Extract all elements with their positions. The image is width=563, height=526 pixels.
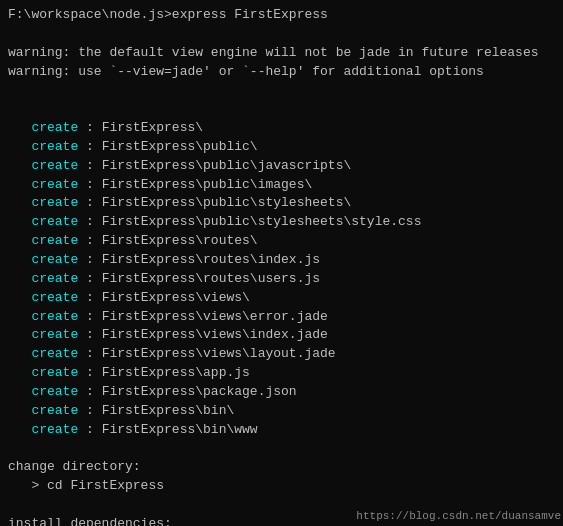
create-keyword: create <box>8 403 78 418</box>
create-keyword: create <box>8 309 78 324</box>
create-keyword: create <box>8 214 78 229</box>
create-path: FirstExpress\routes\users.js <box>102 271 320 286</box>
create-keyword: create <box>8 365 78 380</box>
create-sep: : <box>78 327 101 342</box>
create-path: FirstExpress\routes\index.js <box>102 252 320 267</box>
create-line-7: create : FirstExpress\routes\ <box>8 232 555 251</box>
create-keyword: create <box>8 290 78 305</box>
create-sep: : <box>78 384 101 399</box>
create-keyword: create <box>8 384 78 399</box>
create-line-6: create : FirstExpress\public\stylesheets… <box>8 213 555 232</box>
create-keyword: create <box>8 120 78 135</box>
blank-4 <box>8 439 555 458</box>
create-line-9: create : FirstExpress\routes\users.js <box>8 270 555 289</box>
cmd-line: F:\workspace\node.js>express FirstExpres… <box>8 6 555 25</box>
create-path: FirstExpress\bin\www <box>102 422 258 437</box>
create-sep: : <box>78 422 101 437</box>
create-keyword: create <box>8 327 78 342</box>
create-line-16: create : FirstExpress\bin\ <box>8 402 555 421</box>
create-path: FirstExpress\views\layout.jade <box>102 346 336 361</box>
chdir-label: change directory: <box>8 458 555 477</box>
create-sep: : <box>78 139 101 154</box>
create-keyword: create <box>8 195 78 210</box>
create-path: FirstExpress\ <box>102 120 203 135</box>
create-path: FirstExpress\package.json <box>102 384 297 399</box>
create-path: FirstExpress\public\stylesheets\ <box>102 195 352 210</box>
create-sep: : <box>78 365 101 380</box>
warning-line-1: warning: the default view engine will no… <box>8 44 555 63</box>
blank-3 <box>8 100 555 119</box>
create-sep: : <box>78 403 101 418</box>
create-line-11: create : FirstExpress\views\error.jade <box>8 308 555 327</box>
terminal-window: F:\workspace\node.js>express FirstExpres… <box>0 0 563 526</box>
create-sep: : <box>78 214 101 229</box>
create-sep: : <box>78 309 101 324</box>
create-sep: : <box>78 233 101 248</box>
create-line-1: create : FirstExpress\ <box>8 119 555 138</box>
create-line-3: create : FirstExpress\public\javascripts… <box>8 157 555 176</box>
create-path: FirstExpress\views\ <box>102 290 250 305</box>
create-sep: : <box>78 195 101 210</box>
create-line-5: create : FirstExpress\public\stylesheets… <box>8 194 555 213</box>
create-keyword: create <box>8 422 78 437</box>
create-keyword: create <box>8 346 78 361</box>
create-path: FirstExpress\bin\ <box>102 403 235 418</box>
create-path: FirstExpress\routes\ <box>102 233 258 248</box>
create-keyword: create <box>8 158 78 173</box>
create-line-13: create : FirstExpress\views\layout.jade <box>8 345 555 364</box>
create-line-17: create : FirstExpress\bin\www <box>8 421 555 440</box>
create-path: FirstExpress\public\javascripts\ <box>102 158 352 173</box>
create-keyword: create <box>8 271 78 286</box>
create-path: FirstExpress\public\ <box>102 139 258 154</box>
blank-1 <box>8 25 555 44</box>
create-path: FirstExpress\app.js <box>102 365 250 380</box>
create-keyword: create <box>8 177 78 192</box>
watermark: https://blog.csdn.net/duansamve <box>356 510 561 522</box>
create-path: FirstExpress\public\stylesheets\style.cs… <box>102 214 422 229</box>
create-sep: : <box>78 271 101 286</box>
blank-2 <box>8 81 555 100</box>
create-keyword: create <box>8 252 78 267</box>
create-sep: : <box>78 177 101 192</box>
create-path: FirstExpress\views\index.jade <box>102 327 328 342</box>
create-sep: : <box>78 252 101 267</box>
create-sep: : <box>78 120 101 135</box>
create-line-10: create : FirstExpress\views\ <box>8 289 555 308</box>
create-keyword: create <box>8 139 78 154</box>
create-path: FirstExpress\public\images\ <box>102 177 313 192</box>
create-line-4: create : FirstExpress\public\images\ <box>8 176 555 195</box>
create-line-8: create : FirstExpress\routes\index.js <box>8 251 555 270</box>
create-keyword: create <box>8 233 78 248</box>
create-line-15: create : FirstExpress\package.json <box>8 383 555 402</box>
create-path: FirstExpress\views\error.jade <box>102 309 328 324</box>
create-line-2: create : FirstExpress\public\ <box>8 138 555 157</box>
create-line-12: create : FirstExpress\views\index.jade <box>8 326 555 345</box>
create-line-14: create : FirstExpress\app.js <box>8 364 555 383</box>
create-sep: : <box>78 346 101 361</box>
warning-line-2: warning: use `--view=jade' or `--help' f… <box>8 63 555 82</box>
create-sep: : <box>78 290 101 305</box>
create-sep: : <box>78 158 101 173</box>
chdir-cmd: > cd FirstExpress <box>8 477 555 496</box>
